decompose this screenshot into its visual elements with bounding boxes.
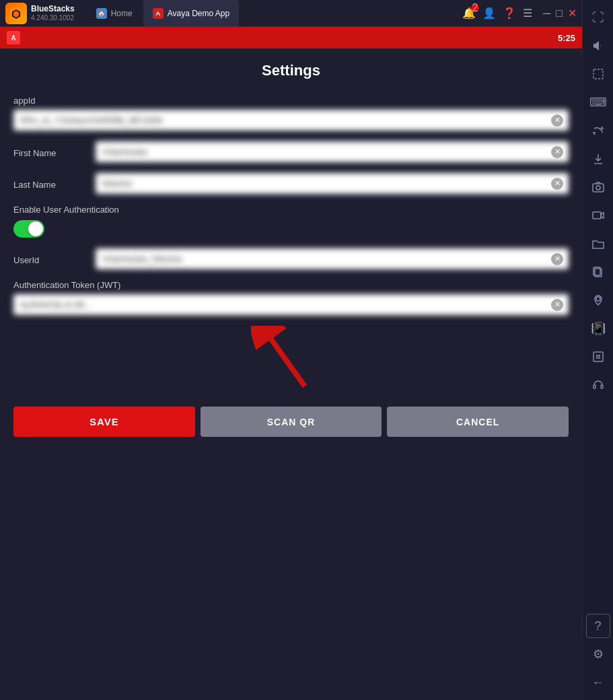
page-title: Settings [13,62,569,79]
headset-icon[interactable] [586,373,610,397]
cancel-button[interactable]: CANCEL [387,407,569,437]
location-icon[interactable] [586,288,610,312]
token-input[interactable] [13,294,569,315]
firstname-label: First Name [13,141,87,158]
video-icon[interactable] [586,203,610,228]
toggle-knob [28,221,43,236]
svg-rect-13 [593,385,596,388]
volume-icon[interactable] [586,34,610,58]
camera-icon[interactable] [586,175,610,199]
arrow-indicator [13,326,569,393]
svg-point-7 [596,186,600,190]
expand-icon[interactable]: ⛶ [586,5,610,30]
folder-icon[interactable] [586,232,610,256]
rotate-icon[interactable] [586,118,610,143]
close-button[interactable]: ✕ [568,7,577,20]
lastname-label: Last Name [13,173,87,190]
right-sidebar: ⛶ ⌨ 📳 ? ⚙ ← [582,0,613,700]
notification-badge: 2 [471,4,479,12]
svg-rect-14 [601,385,603,388]
appid-clear-button[interactable]: ✕ [551,114,563,127]
notifications-bell[interactable]: 🔔 2 [462,7,476,20]
selection-icon[interactable] [586,62,610,86]
menu-icon[interactable]: ☰ [523,7,532,20]
userid-label: UserId [13,248,87,265]
token-clear-button[interactable]: ✕ [551,299,563,311]
svg-rect-5 [593,69,603,79]
auth-toggle-label: Enable User Authentication [13,205,569,215]
phone-shake-icon[interactable]: 📳 [586,316,610,341]
red-bar-left: A [7,31,20,44]
lastname-row: Last Name ✕ [13,173,569,194]
appid-input-wrapper: ✕ [13,110,569,131]
help-icon[interactable]: ❓ [503,7,516,20]
title-bar-controls: 🔔 2 👤 ❓ ☰ ─ □ ✕ [462,7,577,20]
userid-clear-button[interactable]: ✕ [551,253,563,265]
resize-icon[interactable] [586,345,610,369]
copy-icon[interactable] [586,260,610,284]
lastname-input-wrapper: ✕ [96,173,569,194]
firstname-input[interactable] [96,141,569,162]
app-icon: A [7,31,20,44]
svg-rect-12 [593,352,603,361]
maximize-button[interactable]: □ [556,7,563,20]
status-time: 5:25 [558,33,575,43]
appid-input[interactable] [13,110,569,131]
svg-rect-6 [593,184,604,192]
window-controls: ─ □ ✕ [543,7,577,20]
token-label: Authentication Token (JWT) [13,280,569,290]
bluestacks-logo [5,3,27,24]
lastname-input[interactable] [96,173,569,194]
auth-toggle-section: Enable User Authentication [13,205,569,238]
tab-bar: 🏠 Home A Avaya Demo App [87,0,240,26]
account-icon[interactable]: 👤 [482,7,496,20]
scan-qr-button[interactable]: SCAN QR [201,407,382,437]
svg-line-4 [271,339,305,386]
red-app-bar: A 5:25 [0,27,582,48]
avaya-tab-icon: A [153,8,164,19]
bluestacks-brand: BlueStacks 4.240.30.1002 [31,4,75,22]
auth-toggle[interactable] [13,220,44,238]
svg-rect-8 [593,212,601,219]
appid-label: appId [13,96,569,106]
settings-content: Settings appId ✕ First Name ✕ Last Name … [0,48,582,700]
lastname-clear-button[interactable]: ✕ [551,178,563,190]
token-field-group: Authentication Token (JWT) ✕ [13,280,569,315]
minimize-button[interactable]: ─ [543,7,550,20]
save-button[interactable]: SAVE [13,407,195,437]
token-input-wrapper: ✕ [13,294,569,315]
title-bar: BlueStacks 4.240.30.1002 🏠 Home A Avaya … [0,0,582,27]
question-icon[interactable]: ? [586,614,610,638]
tab-home[interactable]: 🏠 Home [87,0,142,26]
userid-input[interactable] [96,248,569,269]
firstname-clear-button[interactable]: ✕ [551,146,563,158]
keyboard-icon[interactable]: ⌨ [586,90,610,114]
appid-field-group: appId ✕ [13,96,569,131]
svg-point-11 [596,297,600,301]
action-buttons: SAVE SCAN QR CANCEL [13,407,569,444]
firstname-input-wrapper: ✕ [96,141,569,162]
settings-icon[interactable]: ⚙ [586,642,610,666]
back-icon[interactable]: ← [586,670,610,695]
tab-avaya[interactable]: A Avaya Demo App [143,0,240,26]
userid-row: UserId ✕ [13,248,569,269]
download-apk-icon[interactable] [586,147,610,171]
home-tab-icon: 🏠 [96,8,107,19]
firstname-row: First Name ✕ [13,141,569,162]
red-arrow-svg [251,326,332,393]
userid-input-wrapper: ✕ [96,248,569,269]
